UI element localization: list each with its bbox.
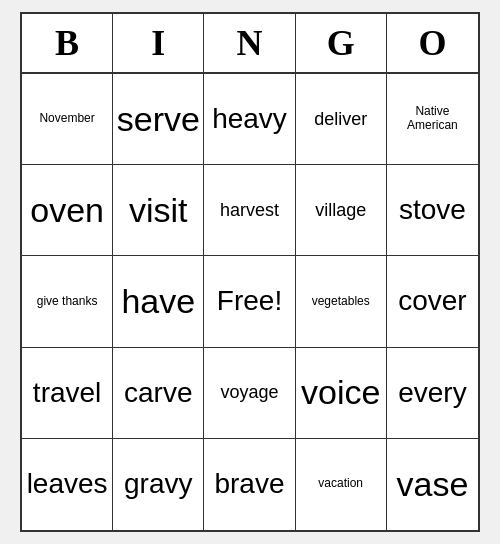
cell-text: Free! xyxy=(217,285,282,317)
cell-text: vegetables xyxy=(312,295,370,309)
bingo-cell[interactable]: village xyxy=(296,165,387,256)
bingo-cell[interactable]: voyage xyxy=(204,348,295,439)
bingo-cell[interactable]: travel xyxy=(22,348,113,439)
bingo-cell[interactable]: vegetables xyxy=(296,256,387,347)
bingo-cell[interactable]: voice xyxy=(296,348,387,439)
cell-text: brave xyxy=(214,468,284,500)
cell-text: heavy xyxy=(212,103,287,135)
cell-text: serve xyxy=(117,100,200,139)
cell-text: travel xyxy=(33,377,101,409)
header-letter: O xyxy=(387,14,478,72)
bingo-header: BINGO xyxy=(22,14,478,74)
cell-text: have xyxy=(121,282,195,321)
bingo-cell[interactable]: Native American xyxy=(387,74,478,165)
cell-text: carve xyxy=(124,377,192,409)
header-letter: I xyxy=(113,14,204,72)
bingo-cell[interactable]: every xyxy=(387,348,478,439)
cell-text: voice xyxy=(301,373,380,412)
cell-text: vase xyxy=(396,465,468,504)
bingo-grid: NovemberserveheavydeliverNative American… xyxy=(22,74,478,530)
bingo-cell[interactable]: brave xyxy=(204,439,295,530)
cell-text: vacation xyxy=(318,477,363,491)
bingo-cell[interactable]: deliver xyxy=(296,74,387,165)
bingo-cell[interactable]: oven xyxy=(22,165,113,256)
bingo-cell[interactable]: heavy xyxy=(204,74,295,165)
cell-text: village xyxy=(315,200,366,221)
cell-text: deliver xyxy=(314,109,367,130)
bingo-cell[interactable]: stove xyxy=(387,165,478,256)
header-letter: N xyxy=(204,14,295,72)
bingo-cell[interactable]: have xyxy=(113,256,204,347)
bingo-cell[interactable]: visit xyxy=(113,165,204,256)
cell-text: every xyxy=(398,377,466,409)
bingo-cell[interactable]: vacation xyxy=(296,439,387,530)
cell-text: visit xyxy=(129,191,188,230)
bingo-cell[interactable]: November xyxy=(22,74,113,165)
bingo-card: BINGO NovemberserveheavydeliverNative Am… xyxy=(20,12,480,532)
cell-text: leaves xyxy=(27,468,108,500)
bingo-cell[interactable]: serve xyxy=(113,74,204,165)
cell-text: oven xyxy=(30,191,104,230)
cell-text: Native American xyxy=(391,105,474,133)
cell-text: stove xyxy=(399,194,466,226)
cell-text: cover xyxy=(398,285,466,317)
bingo-cell[interactable]: vase xyxy=(387,439,478,530)
bingo-cell[interactable]: leaves xyxy=(22,439,113,530)
bingo-cell[interactable]: gravy xyxy=(113,439,204,530)
cell-text: gravy xyxy=(124,468,192,500)
header-letter: G xyxy=(296,14,387,72)
header-letter: B xyxy=(22,14,113,72)
bingo-cell[interactable]: Free! xyxy=(204,256,295,347)
bingo-cell[interactable]: harvest xyxy=(204,165,295,256)
bingo-cell[interactable]: give thanks xyxy=(22,256,113,347)
bingo-cell[interactable]: carve xyxy=(113,348,204,439)
cell-text: give thanks xyxy=(37,295,98,309)
bingo-cell[interactable]: cover xyxy=(387,256,478,347)
cell-text: November xyxy=(39,112,94,126)
cell-text: harvest xyxy=(220,200,279,221)
cell-text: voyage xyxy=(220,382,278,403)
